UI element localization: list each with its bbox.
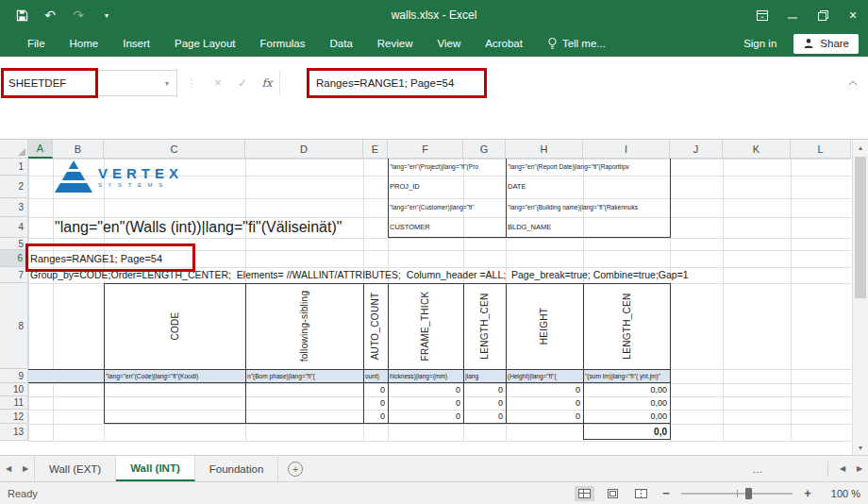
column-header-E[interactable]: E [363, 140, 388, 159]
sign-in-button[interactable]: Sign in [743, 38, 776, 49]
insert-function-button[interactable]: fx [255, 76, 279, 90]
restore-button[interactable] [808, 0, 838, 30]
column-header-K[interactable]: K [723, 140, 791, 159]
select-all-corner[interactable] [0, 140, 28, 159]
tab-overflow-icon[interactable]: … [748, 463, 767, 475]
cell-E9[interactable]: ount) [363, 369, 388, 383]
row-header-1[interactable]: 1 [0, 159, 28, 176]
hscroll-right-icon[interactable]: ▶ [851, 456, 868, 481]
page-break-view-button[interactable] [631, 486, 651, 501]
ribbon-display-options-button[interactable] [747, 0, 777, 30]
enter-button[interactable]: ✓ [230, 76, 255, 90]
cell-C9[interactable]: "lang="en"(Code)|lang="fi"(Koodi) [104, 369, 245, 383]
rotated-header-auto-count[interactable]: AUTO_COUNT [363, 283, 388, 369]
cell-F12[interactable]: 0 [388, 410, 463, 424]
rotated-header-code[interactable]: CODE [104, 283, 245, 369]
row-header-4[interactable]: 4 [0, 217, 28, 238]
scrollbar-thumb[interactable] [855, 157, 866, 298]
sheet-grid[interactable]: VERTEX S Y S T E M S ABCDEFGHIJKL1234567… [0, 140, 851, 455]
ribbon-tab-insert[interactable]: Insert [110, 30, 162, 57]
scroll-up-icon[interactable]: ▴ [853, 140, 868, 155]
column-header-G[interactable]: G [463, 140, 506, 159]
cell-F2[interactable]: PROJ_ID [388, 176, 463, 198]
close-button[interactable]: × [838, 0, 868, 30]
cell-H4[interactable]: BLDG_NAME [506, 217, 583, 238]
rotated-header-following-sibling[interactable]: following-sibling [245, 283, 363, 369]
ribbon-tab-data[interactable]: Data [318, 30, 365, 57]
column-header-F[interactable]: F [388, 140, 463, 159]
vertical-scrollbar[interactable]: ▴ ▾ [852, 140, 868, 455]
row-header-9[interactable]: 9 [0, 369, 28, 383]
page-layout-view-button[interactable] [603, 486, 623, 501]
cell-F9[interactable]: hickness)|lang=(mm) [388, 369, 463, 383]
zoom-slider-thumb[interactable] [745, 488, 752, 499]
qat-customize-button[interactable]: ▾ [92, 0, 121, 30]
row-header-2[interactable]: 2 [0, 176, 28, 198]
rotated-header-length-cen[interactable]: LENGTH_CEN [463, 283, 506, 369]
hscroll-left-icon[interactable]: ◀ [834, 456, 851, 481]
column-header-L[interactable]: L [791, 140, 851, 159]
tab-scroll-right-icon[interactable]: ▶ [17, 456, 34, 481]
ribbon-tab-review[interactable]: Review [365, 30, 426, 57]
cell-B4[interactable]: "lang="en"(Walls (int))|lang="fi"(Välise… [53, 217, 374, 238]
column-header-H[interactable]: H [506, 140, 583, 159]
cell-H12[interactable]: 0 [506, 410, 583, 424]
row-header-12[interactable]: 12 [0, 410, 28, 424]
cell-F11[interactable]: 0 [388, 396, 463, 410]
undo-button[interactable]: ↶ [36, 0, 64, 30]
cell-G11[interactable]: 0 [463, 396, 506, 410]
rotated-header-height[interactable]: HEIGHT [506, 283, 583, 369]
row-header-11[interactable]: 11 [0, 396, 28, 410]
new-sheet-button[interactable]: + [288, 462, 303, 477]
sheet-tab-foundation[interactable]: Foundation [195, 456, 279, 481]
column-header-C[interactable]: C [104, 140, 245, 159]
ribbon-tab-page-layout[interactable]: Page Layout [162, 30, 248, 57]
formula-input[interactable]: Ranges=RANGE1; Page=54 [279, 70, 842, 96]
cell-H9[interactable]: (Height)|lang="fi"( [506, 369, 583, 383]
row-header-3[interactable]: 3 [0, 198, 28, 217]
cell-G12[interactable]: 0 [463, 410, 506, 424]
name-box-dropdown-icon[interactable]: ▾ [158, 79, 176, 88]
zoom-slider[interactable] [681, 493, 793, 495]
redo-button[interactable]: ↷ [64, 0, 92, 30]
cell-A6[interactable]: Ranges=RANGE1; Page=54 [28, 250, 217, 267]
cell-I12[interactable]: 0,00 [583, 410, 670, 424]
save-button[interactable] [8, 0, 36, 30]
collapse-formula-bar-button[interactable] [842, 80, 864, 86]
cell-H2[interactable]: DATE [506, 176, 583, 198]
cell-G9[interactable]: |lang [463, 369, 506, 383]
cell-E11[interactable]: 0 [363, 396, 388, 410]
cell-I9[interactable]: "(sum lm)|lang="fi"( yht.jm)" [583, 369, 670, 383]
cell-G10[interactable]: 0 [463, 383, 506, 396]
column-header-B[interactable]: B [53, 140, 104, 159]
cancel-button[interactable]: × [206, 76, 230, 90]
sheet-tab-wall-ext-[interactable]: Wall (EXT) [34, 456, 116, 481]
column-header-J[interactable]: J [670, 140, 723, 159]
ribbon-tab-acrobat[interactable]: Acrobat [473, 30, 535, 57]
row-header-8[interactable]: 8 [0, 283, 28, 369]
cell-E12[interactable]: 0 [363, 410, 388, 424]
cell-E10[interactable]: 0 [363, 383, 388, 396]
cell-H1[interactable]: "lang="en"(Report Date)|lang="fi"(Raport… [506, 159, 669, 176]
column-header-I[interactable]: I [583, 140, 670, 159]
tab-scroll-left-icon[interactable]: ◀ [0, 456, 17, 481]
rotated-header-frame-thick[interactable]: FRAME_THICK [388, 283, 463, 369]
cell-F4[interactable]: CUSTOMER [388, 217, 463, 238]
ribbon-tab-file[interactable]: File [15, 30, 58, 57]
rotated-header-length-cen[interactable]: LENGTH_CEN [583, 283, 670, 369]
formula-bar-drag-handle[interactable]: ⋮ [177, 77, 206, 90]
cell-D9[interactable]: n"(Bom phase)|lang="fi"( [245, 369, 363, 383]
row-header-13[interactable]: 13 [0, 424, 28, 441]
cell-H10[interactable]: 0 [506, 383, 583, 396]
cell-I13[interactable]: 0,0 [583, 424, 670, 441]
zoom-level[interactable]: 100 % [823, 488, 860, 499]
minimize-button[interactable] [777, 0, 808, 30]
cell-F1[interactable]: "lang="en"(Project)|lang="fi"(Pro [388, 159, 505, 176]
name-box-value[interactable]: SHEETDEF [3, 77, 158, 89]
ribbon-tab-home[interactable]: Home [58, 30, 111, 57]
column-header-A[interactable]: A [28, 140, 53, 159]
row-header-5[interactable]: 5 [0, 238, 28, 250]
cell-H11[interactable]: 0 [506, 396, 583, 410]
tell-me-box[interactable]: Tell me... [535, 37, 618, 50]
cell-I10[interactable]: 0,00 [583, 383, 670, 396]
